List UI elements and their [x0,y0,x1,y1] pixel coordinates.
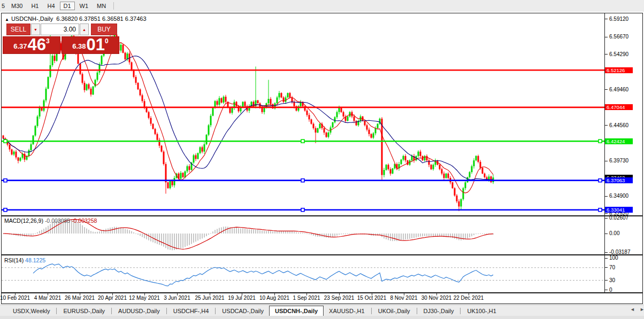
line-handle[interactable] [599,179,602,182]
tab-uk100-h1[interactable]: UK100-,H1 [462,307,501,315]
volume-input[interactable] [41,24,79,35]
chart-tab-bar: USDX,Weekly EURUSD-,Daily AUDUSD-,Daily … [0,305,644,316]
status-strip [0,316,644,319]
date-axis-separator [1,292,643,293]
spinner-up-icon: ▲ [82,28,86,32]
timeframe-button-h1[interactable]: H1 [27,2,42,10]
timeframe-button-m15-partial[interactable]: 5 [1,2,6,10]
buy-price-prefix: 6.38 [72,42,86,50]
rsi-value: 48.1225 [25,257,45,263]
collapse-icon[interactable]: ▲ [5,17,9,22]
sell-price-big: 46 [28,37,46,52]
rsi-name: RSI(14) [4,257,24,263]
timeframe-button-w1[interactable]: W1 [76,2,93,10]
chart-title: ▲USDCNH-,Daily 6.36820 6.37851 6.36581 6… [5,15,147,22]
line-handle[interactable] [301,179,304,182]
line-handle[interactable] [4,179,7,182]
price-label-chip: 6.42424 [605,138,633,144]
price-axis-tick-label: 6.34900 [609,193,628,199]
line-handle[interactable] [4,139,7,143]
rsi-label: RSI(14) 48.1225 [4,257,45,263]
ohlc-low: 6.36581 [102,15,124,22]
sell-price-box[interactable]: 6.37 46 3 [3,36,60,54]
rsi-axis-tick-label: 0 [609,287,612,293]
rsi-axis-tick-label: 70 [609,264,615,270]
tab-scroll-right-icon[interactable]: ► [640,307,644,312]
price-label-chip: 6.37063 [605,177,633,183]
price-axis-tickmark [605,161,608,161]
price-axis-tickmark [605,37,608,37]
rsi-axis-tickmark [605,280,608,281]
rsi-axis-tick-label: 100 [609,255,618,261]
sell-price-prefix: 6.37 [13,42,27,50]
tab-xauusd-h1[interactable]: XAUUSD-,H1 [324,307,370,315]
price-axis-border [604,13,605,293]
timeframe-button-mn[interactable]: MN [93,2,110,10]
macd-axis-tick-label: -0.03187 [609,249,630,255]
tab-divider [111,308,112,314]
macd-panel-separator[interactable] [1,215,643,216]
overlay-ma-fast [3,43,493,193]
macd-main-value: -0.003085 [45,217,70,224]
line-handle[interactable] [599,208,602,212]
line-handle[interactable] [301,208,304,212]
price-axis-tick-label: 6.44560 [609,122,628,128]
price-axis-tick-label: 6.59120 [609,16,628,22]
price-axis-tickmark [605,125,608,126]
macd-axis-tick-label: 0.00 [609,230,619,236]
timeframe-button-h4[interactable]: H4 [43,2,58,10]
tab-scroll-left-icon[interactable]: ◄ [630,307,635,312]
candles-layer [3,29,494,211]
chart-canvas [2,13,604,293]
tab-usdx-weekly[interactable]: USDX,Weekly [7,307,55,315]
buy-price-big: 01 [87,37,105,52]
rsi-axis-tickmark [605,267,608,268]
line-handle[interactable] [599,139,602,143]
horizontal-line-6.42424[interactable] [2,139,604,143]
tab-usdcad-daily[interactable]: USDCAD-,Daily [217,307,269,315]
sell-price-pip: 3 [46,37,50,45]
macd-name: MACD(12,26,9) [4,217,43,224]
volume-increase-button[interactable]: ▲ [80,24,89,35]
line-handle[interactable] [4,208,7,212]
rsi-axis-tick-label: 30 [609,277,615,283]
toolbar-separator [113,2,114,10]
volume-decrease-button[interactable]: ▼ [31,24,40,35]
price-axis-tickmark [605,213,608,214]
buy-price-box[interactable]: 6.38 01 0 [62,36,119,54]
tab-divider [371,308,372,314]
macd-label: MACD(12,26,9) -0.003085 -0.003258 [4,217,97,224]
price-label-chip: 6.33041 [605,207,633,213]
price-axis-tick-label: 6.56670 [609,34,628,40]
macd-axis-tickmark [605,252,608,253]
tab-usdcnh-daily-active[interactable]: USDCNH-,Daily [269,306,324,316]
ohlc-open: 6.36820 [56,15,78,22]
chart-symbol-period: USDCNH-,Daily [11,15,53,22]
timeframe-toolbar: 5 M30 H1 H4 D1 W1 MN [0,0,644,12]
sell-button[interactable]: SELL [6,24,30,35]
buy-button[interactable]: BUY [91,24,117,35]
tab-ukoil-daily[interactable]: UKOil-,Daily [373,307,416,315]
rsi-panel-separator[interactable] [1,254,643,255]
rsi-line [33,264,493,286]
ohlc-high: 6.37851 [79,15,101,22]
price-axis-tickmark [605,54,608,55]
tab-audusd-daily[interactable]: AUDUSD-,Daily [113,307,165,315]
ohlc-close: 6.37463 [125,15,147,22]
tab-dj30-daily[interactable]: DJ30-,Daily [418,307,459,315]
tab-eurusd-daily[interactable]: EURUSD-,Daily [58,307,110,315]
price-axis-tickmark [605,19,608,19]
tab-divider [56,308,57,314]
timeframe-button-d1[interactable]: D1 [60,2,75,10]
line-handle[interactable] [301,139,304,143]
price-label-chip: 6.47044 [605,104,633,110]
date-axis-tick-label: 22 Dec 2021 [449,295,488,301]
tab-usdchf-h4[interactable]: USDCHF-,H4 [168,307,214,315]
price-axis-tick-label: 6.39730 [609,158,628,164]
macd-axis-tickmark [605,234,608,234]
horizontal-line-6.33041[interactable] [2,208,604,212]
macd-signal-value: -0.003258 [72,217,97,224]
tab-divider [166,308,167,314]
timeframe-button-m30[interactable]: M30 [7,2,26,10]
horizontal-line-6.37063[interactable] [2,179,604,182]
